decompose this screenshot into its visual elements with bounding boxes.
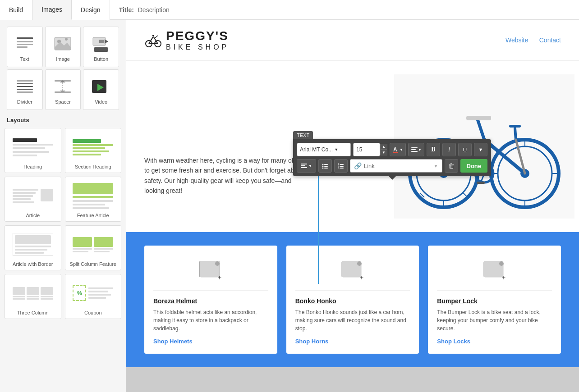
svg-rect-38: [301, 165, 305, 166]
svg-rect-45: [324, 168, 328, 169]
svg-line-29: [151, 36, 153, 40]
component-video[interactable]: Video: [83, 69, 119, 110]
bold-btn[interactable]: B: [427, 143, 440, 156]
svg-point-44: [322, 168, 323, 169]
layout-article-border[interactable]: Article with Border: [5, 225, 61, 270]
components-grid: Text Image: [5, 27, 121, 110]
layout-split-column-label: Split Column Feature: [70, 261, 116, 267]
svg-rect-12: [17, 80, 33, 82]
font-size-select[interactable]: 15: [353, 143, 380, 156]
svg-rect-34: [411, 147, 418, 148]
brand-name: PEGGY'S: [166, 29, 229, 43]
text-align-btn[interactable]: ▼: [408, 143, 424, 156]
sidebar: Text Image: [0, 20, 126, 392]
delete-btn[interactable]: 🗑: [445, 159, 458, 173]
svg-rect-0: [17, 37, 33, 39]
underline-btn[interactable]: U: [458, 143, 472, 156]
component-text[interactable]: Text: [7, 27, 43, 67]
product-card-helmet: + Boreza Helmet This foldable helmet act…: [144, 246, 277, 354]
svg-line-31: [155, 36, 158, 38]
product-card-horn: + Bonko Honko The Bonko Honko sounds jus…: [286, 246, 419, 354]
font-color-btn[interactable]: A ▼: [390, 143, 406, 156]
text-toolbar: Arial MT Co... ▼ 15 ▲ ▼: [293, 139, 491, 176]
spacer-icon: [52, 76, 74, 97]
svg-text:+: +: [360, 274, 363, 281]
component-button[interactable]: Button: [83, 27, 119, 67]
svg-rect-35: [411, 149, 416, 150]
size-up-btn[interactable]: ▲: [380, 144, 387, 150]
svg-rect-51: [340, 168, 344, 169]
brand-logo: PEGGY'S BIKE SHOP: [144, 29, 229, 51]
components-section: Text Image: [0, 20, 126, 112]
font-family-select[interactable]: Arial MT Co... ▼: [297, 143, 351, 156]
svg-rect-47: [340, 164, 344, 165]
title-area: Title: Description: [110, 6, 179, 14]
component-video-label: Video: [95, 99, 107, 105]
product-name-horn: Bonko Honko: [295, 297, 410, 305]
svg-rect-14: [17, 86, 33, 87]
email-header: PEGGY'S BIKE SHOP Website Contact: [126, 20, 579, 61]
svg-rect-1: [17, 41, 33, 42]
layout-three-column[interactable]: Three Column: [5, 274, 61, 319]
text-badge: TEXT: [293, 131, 313, 139]
section-heading-preview: [70, 132, 115, 162]
layout-article-label: Article: [26, 213, 40, 218]
layout-split-column[interactable]: Split Column Feature: [65, 225, 122, 270]
italic-btn[interactable]: I: [442, 143, 456, 156]
component-image[interactable]: Image: [45, 27, 81, 67]
layout-coupon[interactable]: % Coupon: [65, 274, 122, 319]
component-text-label: Text: [20, 56, 29, 62]
svg-rect-39: [301, 167, 307, 168]
done-button[interactable]: Done: [460, 159, 488, 173]
svg-text:+: +: [218, 274, 221, 281]
svg-text:3.: 3.: [338, 166, 340, 169]
layout-section-heading[interactable]: Section Heading: [65, 128, 122, 173]
layout-article[interactable]: Article: [5, 177, 61, 222]
font-chevron-icon: ▼: [334, 147, 338, 152]
product-link-helmet[interactable]: Shop Helmets: [153, 338, 268, 345]
layout-heading[interactable]: Heading: [5, 128, 61, 173]
size-down-btn[interactable]: ▼: [380, 150, 387, 155]
tab-images[interactable]: Images: [32, 0, 72, 20]
coupon-preview: %: [70, 278, 115, 308]
svg-rect-76: [466, 116, 491, 120]
svg-rect-21: [55, 91, 71, 93]
split-column-preview: [70, 230, 115, 259]
svg-rect-15: [17, 89, 33, 90]
button-icon: [90, 33, 112, 55]
svg-rect-41: [324, 164, 328, 165]
product-image-helmet: +: [153, 255, 268, 291]
product-image-horn: +: [295, 255, 410, 291]
paragraph-align-btn[interactable]: ▼: [297, 159, 316, 173]
svg-rect-37: [301, 164, 307, 164]
feature-article-preview: [70, 181, 115, 210]
svg-rect-49: [340, 166, 344, 167]
main-content: PEGGY'S BIKE SHOP Website Contact TEXT: [126, 20, 579, 392]
product-desc-lock: The Bumper Lock is a bike seat and a loc…: [437, 308, 552, 333]
product-name-lock: Bumper Lock: [437, 297, 552, 305]
product-link-lock[interactable]: Shop Locks: [437, 338, 552, 345]
svg-rect-16: [17, 91, 33, 93]
size-arrows: ▲ ▼: [380, 144, 387, 155]
component-spacer[interactable]: Spacer: [45, 69, 81, 110]
layouts-header: Layouts: [0, 112, 126, 126]
layout-section-heading-label: Section Heading: [75, 164, 111, 169]
component-divider[interactable]: Divider: [7, 69, 43, 110]
website-link[interactable]: Website: [505, 36, 528, 44]
more-formatting-btn[interactable]: ▼: [474, 143, 487, 156]
layout-feature-article[interactable]: Feature Article: [65, 177, 122, 222]
ordered-list-btn[interactable]: 1. 2. 3.: [334, 159, 348, 173]
products-section: + Boreza Helmet This foldable helmet act…: [126, 232, 579, 367]
link-input-area[interactable]: 🔗 Link ▼: [350, 159, 442, 173]
component-button-label: Button: [94, 56, 108, 62]
video-icon: [90, 76, 112, 97]
tab-design[interactable]: Design: [72, 0, 110, 20]
product-card-lock: + Bumper Lock The Bumper Lock is a bike …: [428, 246, 561, 354]
toolbar-row-1: Arial MT Co... ▼ 15 ▲ ▼: [297, 143, 487, 156]
layout-heading-label: Heading: [23, 164, 42, 169]
unordered-list-btn[interactable]: [318, 159, 332, 173]
product-link-horn[interactable]: Shop Horns: [295, 338, 410, 345]
tab-build[interactable]: Build: [0, 0, 32, 20]
svg-marker-11: [105, 39, 108, 44]
contact-link[interactable]: Contact: [539, 36, 561, 44]
